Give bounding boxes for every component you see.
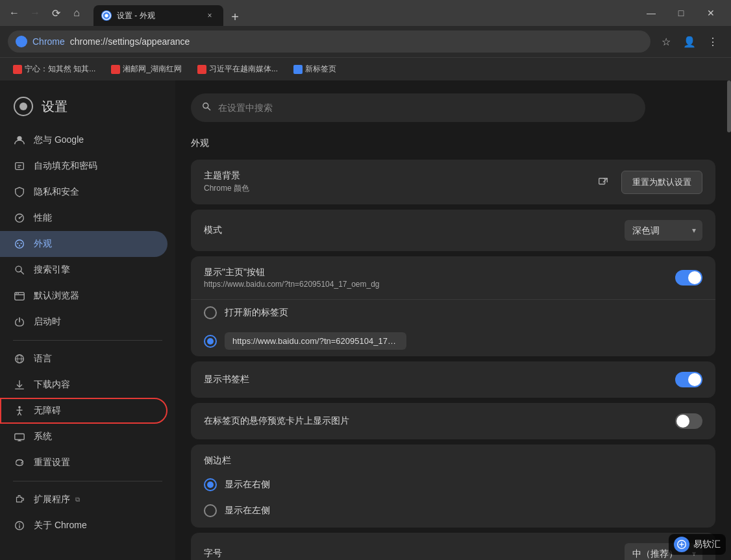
reset-default-button[interactable]: 重置为默认设置 bbox=[621, 171, 702, 194]
radio-new-tab-label: 打开新的标签页 bbox=[225, 307, 288, 319]
tab-preview-label: 在标签页的悬停预览卡片上显示图片 bbox=[204, 415, 349, 427]
settings-search bbox=[175, 80, 731, 132]
tab-favicon bbox=[101, 10, 112, 21]
bookmark-1[interactable]: 宁心：知其然 知其... bbox=[8, 61, 101, 77]
power-icon bbox=[13, 315, 26, 328]
sidebar-divider-2 bbox=[13, 481, 162, 481]
sidebar-item-appearance[interactable]: 外观 bbox=[0, 231, 167, 257]
active-tab[interactable]: 设置 - 外观 × bbox=[93, 5, 223, 26]
forward-button[interactable]: → bbox=[26, 4, 44, 22]
sidebar-item-performance[interactable]: 性能 bbox=[0, 205, 167, 231]
sidebar-item-about[interactable]: 关于 Chrome bbox=[0, 513, 167, 539]
sidebar-right-label: 显示在右侧 bbox=[225, 479, 270, 491]
sidebar-item-browser[interactable]: 默认浏览器 bbox=[0, 283, 167, 309]
search-icon bbox=[201, 101, 212, 114]
bookmarks-toggle-thumb bbox=[688, 373, 701, 386]
bookmark-label-3: 习近平在越南媒体... bbox=[209, 64, 278, 75]
sidebar-item-language[interactable]: 语言 bbox=[0, 346, 167, 372]
settings-sidebar: 设置 您与 Google 自动填充和密码 bbox=[0, 80, 175, 560]
sidebar-item-appearance-label: 外观 bbox=[34, 238, 52, 250]
system-icon bbox=[13, 430, 26, 443]
sidebar-item-autofill[interactable]: 自动填充和密码 bbox=[0, 153, 167, 179]
address-path: chrome://settings/appearance bbox=[70, 36, 190, 47]
browser-icon bbox=[13, 289, 26, 302]
performance-icon bbox=[13, 212, 26, 225]
site-icon bbox=[16, 36, 27, 47]
maximize-button[interactable]: □ bbox=[666, 3, 696, 23]
back-button[interactable]: ← bbox=[5, 4, 23, 22]
sidebar-item-accessibility[interactable]: 无障碍 bbox=[0, 398, 167, 424]
search-icon bbox=[13, 263, 26, 276]
address-bar[interactable]: Chrome chrome://settings/appearance bbox=[8, 30, 650, 53]
person-icon bbox=[13, 134, 26, 147]
bookmark-favicon-4 bbox=[293, 65, 303, 74]
download-icon bbox=[13, 378, 26, 391]
window-controls-left: ← → ⟳ ⌂ bbox=[5, 4, 86, 22]
sidebar-item-accessibility-label: 无障碍 bbox=[34, 405, 61, 417]
theme-sublabel: Chrome 颜色 bbox=[204, 183, 593, 194]
settings-content: 外观 主题背景 Chrome 颜色 重置为默认设置 bbox=[175, 80, 731, 560]
radio-new-tab-item: 打开新的标签页 bbox=[191, 300, 715, 326]
tab-close-button[interactable]: × bbox=[204, 10, 216, 21]
sidebar-item-startup-label: 启动时 bbox=[34, 316, 61, 328]
radio-custom-url-item: https://www.baidu.com/?tn=62095104_17_oe… bbox=[191, 326, 715, 356]
sidebar-item-system[interactable]: 系统 bbox=[0, 424, 167, 450]
sidebar-item-autofill-label: 自动填充和密码 bbox=[34, 160, 97, 172]
sidebar-item-reset-label: 重置设置 bbox=[34, 457, 70, 469]
settings-title: 设置 bbox=[42, 98, 68, 116]
bookmark-button[interactable]: ☆ bbox=[656, 31, 676, 52]
minimize-button[interactable]: — bbox=[636, 3, 666, 23]
bookmark-favicon-2 bbox=[111, 65, 120, 74]
watermark-label: 易软汇 bbox=[693, 539, 721, 550]
svg-point-16 bbox=[19, 245, 20, 247]
new-tab-button[interactable]: + bbox=[226, 8, 244, 26]
scrollbar[interactable] bbox=[727, 80, 731, 560]
search-box[interactable] bbox=[191, 93, 645, 122]
bookmarks-row: 显示书签栏 bbox=[191, 361, 715, 398]
autofill-icon bbox=[13, 160, 26, 173]
radio-custom-url-value[interactable]: https://www.baidu.com/?tn=62095104_17_oe… bbox=[225, 332, 406, 350]
mode-select[interactable]: 浅色调深色调跟随系统 bbox=[625, 220, 702, 241]
sidebar-item-extensions-label: 扩展程序 bbox=[34, 494, 70, 505]
menu-button[interactable]: ⋮ bbox=[702, 31, 723, 52]
sidebar-right-radio[interactable] bbox=[204, 478, 217, 491]
bookmark-2[interactable]: 湘邮网_湖南红网 bbox=[106, 61, 187, 77]
bookmarks-toggle[interactable] bbox=[675, 372, 702, 387]
close-button[interactable]: ✕ bbox=[696, 3, 726, 23]
bookmark-4[interactable]: 新标签页 bbox=[288, 61, 341, 77]
home-button[interactable]: ⌂ bbox=[68, 4, 86, 22]
sidebar-header-row: 侧边栏 bbox=[191, 444, 715, 472]
bookmark-3[interactable]: 习近平在越南媒体... bbox=[192, 61, 283, 77]
svg-point-22 bbox=[18, 293, 19, 295]
theme-external-link[interactable] bbox=[593, 172, 613, 193]
profile-button[interactable]: 👤 bbox=[679, 31, 700, 52]
svg-point-12 bbox=[19, 217, 21, 219]
address-bar-row: Chrome chrome://settings/appearance ☆ 👤 … bbox=[0, 26, 731, 57]
sidebar-item-google[interactable]: 您与 Google bbox=[0, 127, 167, 153]
home-button-left: 显示"主页"按钮 https://www.baidu.com/?tn=62095… bbox=[204, 267, 675, 289]
sidebar-item-downloads[interactable]: 下载内容 bbox=[0, 372, 167, 398]
search-input[interactable] bbox=[218, 103, 635, 113]
reload-button[interactable]: ⟳ bbox=[47, 4, 65, 22]
radio-new-tab[interactable] bbox=[204, 306, 217, 319]
svg-point-21 bbox=[16, 293, 18, 295]
sidebar-item-google-label: 您与 Google bbox=[34, 134, 84, 146]
external-link-icon: ⧉ bbox=[75, 496, 80, 504]
radio-custom-url[interactable] bbox=[204, 335, 217, 348]
sidebar-item-search[interactable]: 搜索引擎 bbox=[0, 257, 167, 283]
home-button-card: 显示"主页"按钮 https://www.baidu.com/?tn=62095… bbox=[191, 256, 715, 356]
sidebar-item-privacy-label: 隐私和安全 bbox=[34, 186, 79, 198]
font-size-label: 字号 bbox=[204, 548, 222, 559]
sidebar-item-privacy[interactable]: 隐私和安全 bbox=[0, 179, 167, 205]
settings-header: 设置 bbox=[0, 91, 175, 127]
watermark: 易软汇 bbox=[669, 534, 726, 555]
sidebar-nav: 您与 Google 自动填充和密码 隐私和安全 bbox=[0, 127, 175, 550]
svg-point-14 bbox=[17, 243, 18, 244]
tab-preview-toggle[interactable] bbox=[675, 413, 702, 429]
sidebar-item-extensions[interactable]: 扩展程序 ⧉ bbox=[0, 487, 167, 513]
sidebar-left-radio[interactable] bbox=[204, 504, 217, 517]
scroll-thumb[interactable] bbox=[727, 80, 731, 132]
sidebar-item-startup[interactable]: 启动时 bbox=[0, 309, 167, 335]
sidebar-item-reset[interactable]: 重置设置 bbox=[0, 450, 167, 476]
home-button-toggle[interactable] bbox=[675, 270, 702, 286]
